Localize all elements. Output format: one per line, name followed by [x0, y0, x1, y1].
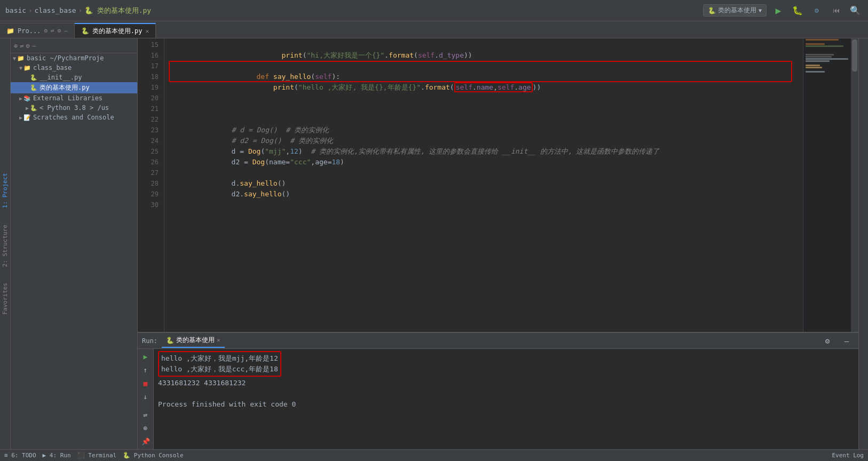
- sidebar-scroll-up[interactable]: ⊕: [14, 42, 18, 50]
- tab-project[interactable]: 📁 Pro... ⚙ ⇌ ⚙ —: [0, 23, 75, 38]
- sidebar-settings[interactable]: ⚙: [26, 42, 29, 50]
- expand-arrow-ext: ▶: [19, 96, 22, 101]
- tab-close-button[interactable]: ✕: [146, 28, 149, 35]
- sidebar-label-init: __init__.py: [40, 74, 82, 81]
- output-line-5: Process finished with exit code 0: [158, 399, 854, 410]
- editor-container: 15 16 17 18 19 20 21 22 23 24 25 26 27 2…: [138, 38, 858, 449]
- scrollbar-thumb[interactable]: [852, 39, 857, 71]
- sidebar: ⊕ ⇌ ⚙ — ▼ 📁 basic ~/PycharmProje ▼ 📁 cla…: [11, 38, 138, 449]
- run-down-btn[interactable]: ↓: [139, 391, 152, 402]
- output-line-1: hello ,大家好，我是mjj,年龄是12: [161, 353, 278, 364]
- output-line-4: [158, 388, 854, 399]
- far-left-panel: 1: Project 2: Structure Favorites: [0, 38, 11, 449]
- editor-wrapper[interactable]: print("hi,大家好我是一个{}".format(self.d_type)…: [164, 38, 803, 332]
- run-play-btn[interactable]: ▶: [139, 351, 152, 362]
- run-pin2-btn[interactable]: 📌: [139, 436, 152, 447]
- output-text-1: hello ,大家好，我是mjj,年龄是12: [161, 353, 278, 364]
- tab-editor-file[interactable]: 🐍 类的基本使用.py ✕: [75, 23, 156, 38]
- run-up-btn[interactable]: ↑: [139, 364, 152, 376]
- status-terminal-label: ⬛ Terminal: [77, 452, 117, 459]
- tab-project-eq[interactable]: ⇌: [51, 27, 54, 34]
- breadcrumb: basic › class_base › 🐍 类的基本使用.py: [5, 6, 700, 15]
- run-label: Run:: [142, 337, 157, 345]
- sidebar-sync[interactable]: ⇌: [20, 42, 23, 50]
- tab-project-min[interactable]: —: [64, 27, 68, 34]
- sidebar-item-basic[interactable]: ▼ 📁 basic ~/PycharmProje: [11, 53, 137, 63]
- bottom-tab-bar: Run: 🐍 类的基本使用 ✕ ⚙ —: [138, 333, 858, 349]
- sidebar-item-scratches[interactable]: ▶ 📝 Scratches and Console: [11, 113, 137, 122]
- minimap: [803, 38, 851, 332]
- debug-button[interactable]: 🐛: [790, 3, 805, 18]
- code-area[interactable]: print("hi,大家好我是一个{}".format(self.d_type)…: [164, 38, 803, 211]
- run-stop-btn[interactable]: ■: [139, 378, 152, 389]
- run-config-label: 类的基本使用: [718, 6, 756, 15]
- sidebar-toolbar: ⊕ ⇌ ⚙ —: [11, 38, 137, 53]
- code-line-23: # d2 = Dog() # 类的实例化: [164, 125, 803, 136]
- output-text-2: hello ,大家好，我是ccc,年龄是18: [161, 364, 278, 375]
- highlighted-block: def say_hello(self): print("hello ,大家好, …: [164, 61, 803, 82]
- status-event-label: Event Log: [832, 452, 864, 459]
- status-bar: ≡ 6: TODO ▶ 4: Run ⬛ Terminal 🐍 Python C…: [0, 449, 868, 461]
- line-numbers: 15 16 17 18 19 20 21 22 23 24 25 26 27 2…: [138, 38, 164, 332]
- favorites-tab[interactable]: Favorites: [2, 283, 9, 315]
- run-pin-btn[interactable]: ⊕: [139, 423, 152, 434]
- status-terminal[interactable]: ⬛ Terminal: [77, 452, 117, 459]
- tab-project-label: Pro...: [18, 27, 41, 35]
- tab-project-gear[interactable]: ⚙: [44, 27, 48, 34]
- run-tab-close[interactable]: ✕: [217, 337, 220, 344]
- tab-file-icon: 🐍: [81, 27, 89, 35]
- structure-tab[interactable]: 2: Structure: [2, 225, 9, 267]
- code-line-17: def say_hello(self):: [164, 61, 803, 71]
- status-event-log[interactable]: Event Log: [832, 452, 864, 459]
- sidebar-item-external[interactable]: ▶ 📚 External Libraries: [11, 93, 137, 103]
- code-line-18: print("hello ,大家好, 我是{},年龄是{}".format(se…: [164, 71, 803, 82]
- status-python-console[interactable]: 🐍 Python Console: [123, 452, 183, 459]
- sidebar-minimize[interactable]: —: [32, 42, 36, 50]
- tab-project-icon: 📁: [6, 27, 14, 35]
- expand-arrow: ▼: [13, 55, 16, 61]
- right-scrollbar[interactable]: [851, 38, 858, 332]
- tab-project-settings[interactable]: ⚙: [58, 27, 61, 34]
- breadcrumb-class: class_base: [34, 6, 76, 14]
- far-right-panel: [858, 38, 868, 449]
- sidebar-item-init[interactable]: ▶ 🐍 __init__.py: [11, 73, 137, 82]
- run-settings-btn[interactable]: ⚙: [820, 333, 835, 348]
- py-icon-init: 🐍: [30, 74, 37, 81]
- sidebar-item-class-base[interactable]: ▼ 📁 class_base: [11, 63, 137, 73]
- run-tab[interactable]: 🐍 类的基本使用 ✕: [162, 333, 225, 348]
- project-tab[interactable]: 1: Project: [2, 173, 9, 208]
- sidebar-label-class-base: class_base: [33, 64, 72, 71]
- code-line-15: print("hi,大家好我是一个{}".format(self.d_type)…: [164, 39, 803, 50]
- run-config-arrow: ▼: [759, 7, 762, 13]
- status-run-label: ▶ 4: Run: [43, 452, 71, 459]
- profile-button[interactable]: ⏮: [828, 3, 843, 18]
- console-output: hello ,大家好，我是mjj,年龄是12 hello ,大家好，我是ccc,…: [154, 349, 858, 449]
- folder-icon-class: 📁: [23, 65, 31, 71]
- run-rerun-btn[interactable]: ⇌: [139, 409, 152, 420]
- run-config-icon: 🐍: [708, 7, 716, 14]
- folder-icon: 📁: [17, 55, 25, 62]
- status-python-label: 🐍 Python Console: [123, 452, 183, 459]
- output-text-3: 4331681232 4331681232: [158, 378, 246, 388]
- sidebar-item-main-file[interactable]: ▶ 🐍 类的基本使用.py: [11, 82, 137, 93]
- search-button[interactable]: 🔍: [848, 3, 863, 18]
- run-button[interactable]: ▶: [771, 3, 786, 18]
- code-line-20: [164, 93, 803, 104]
- py-icon-main: 🐍: [30, 84, 37, 91]
- sidebar-item-python[interactable]: ▶ 🐍 < Python 3.8 > /us: [11, 103, 137, 113]
- breadcrumb-file: 🐍 类的基本使用.py: [84, 6, 151, 15]
- run-config[interactable]: 🐍 类的基本使用 ▼: [703, 4, 767, 17]
- status-run[interactable]: ▶ 4: Run: [43, 452, 71, 459]
- status-todo[interactable]: ≡ 6: TODO: [4, 452, 36, 459]
- run-tab-label: 类的基本使用: [176, 336, 215, 345]
- output-line-2: hello ,大家好，我是ccc,年龄是18: [161, 364, 278, 375]
- code-line-29: [164, 189, 803, 200]
- coverage-button[interactable]: ⚙: [809, 3, 824, 18]
- expand-arrow-py: ▶: [26, 105, 29, 111]
- code-line-25: d2 = Dog(name="ccc",age=18): [164, 146, 803, 157]
- middle-row: 1: Project 2: Structure Favorites ⊕ ⇌ ⚙ …: [0, 38, 868, 449]
- bottom-panel: Run: 🐍 类的基本使用 ✕ ⚙ — ▶ ↑ ■: [138, 332, 858, 449]
- status-todo-label: ≡ 6: TODO: [4, 452, 36, 459]
- run-minimize-btn[interactable]: —: [839, 333, 854, 348]
- sidebar-label-scratches: Scratches and Console: [33, 114, 114, 121]
